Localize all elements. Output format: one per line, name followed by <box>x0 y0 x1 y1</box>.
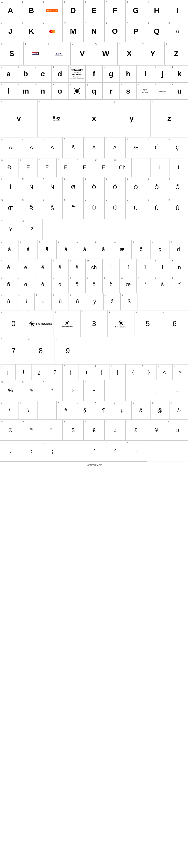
row-uppercase-jr: JJ KK L MM NN OO PP QQ R ♻ <box>0 21 188 42</box>
cell-Õ: ÕÕ <box>167 177 188 198</box>
cell-period: .. <box>0 441 21 462</box>
empty-1 <box>42 219 63 240</box>
cell-b: bb <box>17 65 34 83</box>
svg-line-35 <box>122 324 123 325</box>
cell-ë: ëë <box>34 259 51 276</box>
cell-bitcoin: ₿₿ <box>167 420 188 441</box>
cell-S: SS <box>0 42 24 65</box>
svg-line-17 <box>33 325 34 326</box>
cell-u2: uu <box>171 83 188 100</box>
cell-Ë: ËË <box>57 158 75 177</box>
row-lowercase-lu: ll mm nn oo p qq rr ss <box>0 83 188 100</box>
cell-rparen: )) <box>78 364 94 380</box>
cell-č: čč <box>131 240 150 259</box>
svg-line-27 <box>68 321 69 322</box>
cell-invquest: ¿¿ <box>31 364 47 380</box>
cell-ň: ňň <box>171 259 188 276</box>
cell-pilcrow: ¶¶ <box>94 401 113 420</box>
row-digits-2: 77 88 99 <box>0 337 188 364</box>
row-accent-upper-2: ÐÐ ÈÈ ÉÉ ËË ĚĚ ÊÊ ChCh ÌÌ ÍÍ ÏÏ <box>0 158 188 177</box>
cell-å: åå <box>57 240 75 259</box>
cell-quest: ?? <box>47 364 63 380</box>
cell-ý: ýý <box>86 293 103 310</box>
cell-l: ll <box>0 83 17 100</box>
cell-minus: -- <box>105 380 125 401</box>
cell-Ï: ÏÏ <box>169 158 188 177</box>
row-lowercase-ak: aa bb cc dd e Networks Company of Networ… <box>0 65 188 83</box>
cell-õ: õõ <box>103 276 120 293</box>
cell-e-networks: e Networks Company of Networks Company o… <box>68 65 85 83</box>
cell-rbrace: }} <box>141 364 157 380</box>
cell-H: HH <box>146 0 167 21</box>
cell-O: OO <box>105 21 125 42</box>
row-accent-lower-1: àà áá ää åå ââ ãã ææ čč çç ďď <box>0 240 188 259</box>
cell-À: ÀÀ <box>0 137 21 158</box>
row-lowercase-vz: vv w Bay The Merge xx yy zz <box>0 99 188 137</box>
cell-ã: ãã <box>94 240 113 259</box>
cell-Ů: ŮŮ <box>146 198 167 219</box>
cell-Ã: ÃÃ <box>105 137 125 158</box>
cell-ú: úú <box>17 293 34 310</box>
cell-Ö: ÖÖ <box>125 177 146 198</box>
cell-J: JJ <box>0 21 21 42</box>
cell-7: 77 <box>0 337 27 364</box>
cell-d: dd <box>51 65 69 83</box>
cell-É: ÉÉ <box>38 158 57 177</box>
cell-Û: ÛÛ <box>167 198 188 219</box>
svg-line-19 <box>30 325 31 326</box>
cell-1-baynetworks: 1 Bay Networks <box>27 310 54 337</box>
usa-logo: USA <box>32 52 39 55</box>
cell-Ü: ÜÜ <box>125 198 146 219</box>
cell-i: ii <box>137 65 154 83</box>
svg-line-28 <box>66 324 66 324</box>
cell-Ô: ÔÔ <box>146 177 167 198</box>
cell-r: rr <box>103 83 120 100</box>
cell-Í: ÍÍ <box>150 158 169 177</box>
cell-Q: QQ <box>146 21 167 42</box>
cell-cent: ¢¢ <box>105 420 125 441</box>
cell-s2-synoptics: s SynOptics Bay The Merge <box>137 83 154 100</box>
cell-Ù: ÙÙ <box>83 198 105 219</box>
row-uppercase-ai: AA BB C DISCOVER DD EE FF GG HH II <box>0 0 188 21</box>
svg-point-11 <box>30 322 33 325</box>
empty-d2-1 <box>81 337 108 364</box>
cell-a: aa <box>0 65 17 83</box>
row-uppercase-sz: SS T USA u VISA VV WW XX YY ZZ <box>0 42 188 65</box>
cell-Ž: ŽŽ <box>21 219 42 240</box>
cell-Ý: ÝÝ <box>0 219 21 240</box>
svg-point-29 <box>120 321 122 324</box>
cell-Ú: ÚÚ <box>105 198 125 219</box>
cell-caret: ^^ <box>105 441 126 462</box>
cell-z: zz <box>150 99 188 137</box>
cell-à: àà <box>0 240 19 259</box>
cell-8: 88 <box>27 337 54 364</box>
empty-7 <box>167 219 188 240</box>
cell-c: cc <box>34 65 51 83</box>
footer: FontPark.com <box>0 462 188 468</box>
cell-Ì: ÌÌ <box>131 158 150 177</box>
cell-Y: YY <box>141 42 165 65</box>
cell-Š: ŠŠ <box>42 198 63 219</box>
cell-excl: !! <box>16 364 31 380</box>
cell-V: VV <box>71 42 94 65</box>
cell-x: xx <box>75 99 113 137</box>
cell-dollar: $$ <box>63 420 83 441</box>
cell-ï: ïï <box>137 259 154 276</box>
cell-é: éé <box>17 259 34 276</box>
svg-line-10 <box>74 93 75 94</box>
cell-9: 99 <box>54 337 81 364</box>
empty-3 <box>84 219 105 240</box>
cell-Î: ÎÎ <box>0 177 21 198</box>
svg-line-9 <box>78 88 80 90</box>
empty-5 <box>126 219 146 240</box>
cell-ô: ôô <box>85 276 103 293</box>
cell-plus: ++ <box>83 380 105 401</box>
cell-section: §§ <box>75 401 94 420</box>
svg-line-37 <box>119 324 120 325</box>
cell-Ð: ÐÐ <box>0 158 19 177</box>
cell-fslash: // <box>0 401 19 420</box>
cell-v: vv <box>0 99 38 137</box>
cell-underscore: __ <box>146 380 167 401</box>
cell-C-discover: C DISCOVER <box>42 0 63 21</box>
cell-copyright: ©© <box>169 401 188 420</box>
